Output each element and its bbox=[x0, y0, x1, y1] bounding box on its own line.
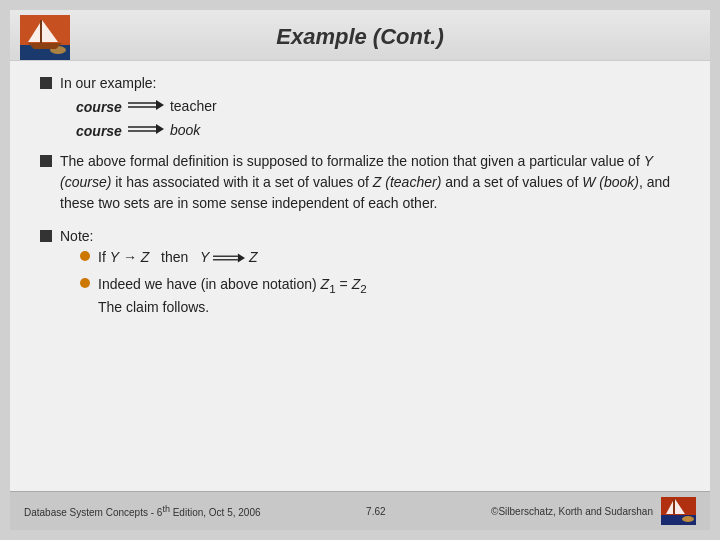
svg-marker-16 bbox=[238, 254, 245, 263]
footer-right-group: ©Silberschatz, Korth and Sudarshan bbox=[491, 497, 696, 525]
header-logo bbox=[20, 15, 70, 60]
footer-left: Database System Concepts - 6th Edition, … bbox=[24, 504, 261, 518]
bullet-3: Note: If Y → Z then Y Z bbox=[40, 226, 680, 318]
sub-bullet-2-line1: Indeed we have (in above notation) Z1 = … bbox=[98, 274, 367, 297]
bullet-2-text: The above formal definition is supposed … bbox=[60, 151, 680, 214]
svg-marker-13 bbox=[156, 124, 164, 134]
bullet-2: The above formal definition is supposed … bbox=[40, 151, 680, 214]
svg-point-19 bbox=[682, 516, 694, 522]
mapping-2-target: book bbox=[170, 120, 200, 141]
mapping-row-1: course teacher bbox=[76, 96, 217, 117]
sub-bullet-1-text: If Y → Z then Y Z bbox=[98, 247, 258, 268]
bullet-3-content: Note: If Y → Z then Y Z bbox=[60, 226, 367, 318]
bullet-3-label: Note: bbox=[60, 228, 93, 244]
svg-marker-4 bbox=[28, 43, 62, 49]
mapping-1-target: teacher bbox=[170, 96, 217, 117]
svg-marker-10 bbox=[156, 100, 164, 110]
slide-title: Example (Cont.) bbox=[276, 24, 443, 50]
sub-bullet-2-line2: The claim follows. bbox=[98, 297, 367, 318]
footer-logo bbox=[661, 497, 696, 525]
bullet-1-content: In our example: course teacher bbox=[60, 73, 217, 141]
sub-bullet-1: If Y → Z then Y Z bbox=[80, 247, 367, 268]
slide-content: In our example: course teacher bbox=[10, 61, 710, 491]
slide: Example (Cont.) In our example: course bbox=[10, 10, 710, 530]
mapping-1-arrow bbox=[128, 98, 164, 115]
mapping-2-word: course bbox=[76, 123, 122, 139]
mapping-1-word: course bbox=[76, 99, 122, 115]
bullet-circle-2 bbox=[80, 278, 90, 288]
mapping-2-arrow bbox=[128, 122, 164, 139]
bullet-square-2 bbox=[40, 155, 52, 167]
bullet-square-1 bbox=[40, 77, 52, 89]
mapping-row-2: course book bbox=[76, 120, 217, 141]
sub-bullet-2-content: Indeed we have (in above notation) Z1 = … bbox=[98, 274, 367, 318]
bullet-1: In our example: course teacher bbox=[40, 73, 680, 141]
bullet-square-3 bbox=[40, 230, 52, 242]
bullet-circle-1 bbox=[80, 251, 90, 261]
sub-bullets: If Y → Z then Y Z bbox=[80, 247, 367, 318]
slide-footer: Database System Concepts - 6th Edition, … bbox=[10, 491, 710, 530]
footer-center: 7.62 bbox=[366, 506, 385, 517]
slide-header: Example (Cont.) bbox=[10, 10, 710, 61]
sub-bullet-2: Indeed we have (in above notation) Z1 = … bbox=[80, 274, 367, 318]
bullet-1-text: In our example: bbox=[60, 75, 157, 91]
mapping-lines: course teacher course bbox=[76, 96, 217, 141]
footer-right: ©Silberschatz, Korth and Sudarshan bbox=[491, 506, 653, 517]
